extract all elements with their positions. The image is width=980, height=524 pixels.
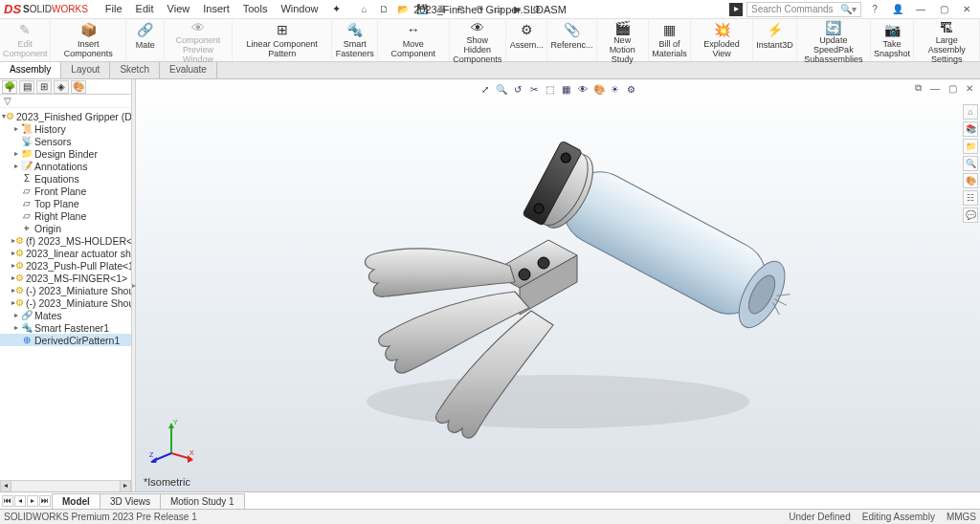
new-icon[interactable]: 🗋 <box>377 3 390 16</box>
tab-layout[interactable]: Layout <box>61 62 110 78</box>
scroll-track[interactable] <box>11 481 120 491</box>
tree-item[interactable]: ▸📁Design Binder <box>0 147 131 160</box>
expand-icon[interactable]: ▸ <box>11 311 21 319</box>
bt-next-icon[interactable]: ▸ <box>27 495 38 507</box>
fm-tab-property-icon[interactable]: ▤ <box>19 80 34 94</box>
ribbon-referenc[interactable]: 📎Referenc... <box>547 19 596 61</box>
tree-item[interactable]: ▸⚙(f) 2023_MS-HOLDER<1> (Def <box>0 234 131 247</box>
fm-tab-tree-icon[interactable]: 🌳 <box>2 80 17 94</box>
scroll-left-icon[interactable]: ◂ <box>0 481 11 491</box>
ribbon-insert-components[interactable]: 📦Insert Components <box>51 19 126 61</box>
vp-min-icon[interactable]: — <box>928 81 942 95</box>
tp-resources-icon[interactable]: 📚 <box>963 121 978 137</box>
expand-icon[interactable]: ▸ <box>11 162 21 170</box>
appearance-icon[interactable]: 🎨 <box>592 82 606 96</box>
ribbon-exploded-view[interactable]: 💥Exploded View <box>691 19 752 61</box>
bottom-tab-model[interactable]: Model <box>52 493 100 509</box>
home-icon[interactable]: ⌂ <box>358 3 371 16</box>
ribbon-new-motion-study[interactable]: 🎬New MotionStudy <box>597 19 649 61</box>
tree-item[interactable]: ⌖Origin <box>0 222 131 234</box>
tree-item[interactable]: ΣEquations <box>0 172 131 185</box>
fm-tab-appearance-icon[interactable]: 🎨 <box>71 80 86 94</box>
zoom-area-icon[interactable]: 🔍 <box>495 82 508 96</box>
tp-library-icon[interactable]: 📁 <box>963 139 978 154</box>
tree-item[interactable]: 📡Sensors <box>0 135 131 147</box>
expand-icon[interactable]: ▸ <box>11 149 21 158</box>
command-icon[interactable]: ▸ <box>729 3 743 16</box>
tree-item[interactable]: ▸🔩Smart Fastener1 <box>0 321 131 334</box>
graphics-viewport[interactable]: ⤢ 🔍 ↺ ✂ ⬚ ▦ 👁 🎨 ☀ ⚙ ⧉ — ▢ ✕ <box>136 79 980 491</box>
section-view-icon[interactable]: ✂ <box>527 82 541 96</box>
ribbon-linear-component-pattern[interactable]: ⊞Linear Component Pattern <box>233 19 333 61</box>
tp-appearance-icon[interactable]: 🎨 <box>963 173 978 188</box>
fm-tab-config-icon[interactable]: ⊞ <box>36 80 52 94</box>
vp-link-icon[interactable]: ⧉ <box>911 81 924 95</box>
tree-item[interactable]: ▸⚙2023_Push-Pull Plate<1> (Defa <box>0 259 131 272</box>
ribbon-show-hidden-components[interactable]: 👁Show HiddenComponents <box>450 19 506 61</box>
orientation-triad[interactable]: Y X Z <box>147 415 195 463</box>
hide-show-icon[interactable]: 👁 <box>576 82 590 96</box>
menu-insert[interactable]: Insert <box>197 1 235 17</box>
tree-item[interactable]: ▱Top Plane <box>0 197 131 209</box>
ribbon-bill-of-materials[interactable]: ▦Bill ofMaterials <box>649 19 692 61</box>
user-icon[interactable]: 👤 <box>888 4 907 14</box>
tree-item[interactable]: ▸📝Annotations <box>0 160 131 172</box>
ribbon-assem[interactable]: ⚙Assem... <box>506 19 547 61</box>
tp-forum-icon[interactable]: 💬 <box>963 207 978 223</box>
tree-item[interactable]: ▸⚙(-) 2023_Miniature Shoulder Sc <box>0 296 131 309</box>
prev-view-icon[interactable]: ↺ <box>511 82 524 96</box>
feature-filter[interactable]: ▽ <box>0 95 131 108</box>
view-settings-icon[interactable]: ⚙ <box>625 82 638 96</box>
search-commands[interactable]: Search Commands 🔍▾ <box>746 2 861 17</box>
tree-item[interactable]: ▸⚙(-) 2023_Miniature Shoulder Sc <box>0 284 131 296</box>
bottom-tab-3d-views[interactable]: 3D Views <box>100 493 161 509</box>
bt-last-icon[interactable]: ⏭ <box>39 495 51 507</box>
menu-edit[interactable]: Edit <box>130 1 160 17</box>
close-icon[interactable]: ✕ <box>957 4 976 14</box>
status-units[interactable]: MMGS <box>947 512 976 522</box>
menu-file[interactable]: File <box>100 1 128 17</box>
ribbon-update-speedpak-subassemblies[interactable]: 🔄Update SpeedPakSubassemblies <box>797 19 870 61</box>
tree-item[interactable]: ▸⚙2023_MS-FINGER<1> (Default <box>0 272 131 284</box>
expand-icon[interactable]: ▸ <box>11 323 21 332</box>
tp-view-icon[interactable]: 🔍 <box>963 156 978 171</box>
ribbon-smart-fasteners[interactable]: 🔩SmartFasteners <box>332 19 378 61</box>
view-orient-icon[interactable]: ⬚ <box>544 82 557 96</box>
ribbon-take-snapshot[interactable]: 📷TakeSnapshot <box>871 19 915 61</box>
tab-assembly[interactable]: Assembly <box>0 62 61 78</box>
tp-home-icon[interactable]: ⌂ <box>963 104 978 120</box>
ribbon-move-component[interactable]: ↔Move Component <box>378 19 450 61</box>
bottom-tab-motion-study-1[interactable]: Motion Study 1 <box>160 493 245 509</box>
tab-sketch[interactable]: Sketch <box>110 62 160 78</box>
ribbon-large-assembly-settings[interactable]: 🏗Large AssemblySettings <box>914 19 980 61</box>
open-icon[interactable]: 📂 <box>396 3 410 16</box>
zoom-fit-icon[interactable]: ⤢ <box>479 82 492 96</box>
vp-max-icon[interactable]: ▢ <box>946 81 959 95</box>
tree-root[interactable]: ▾⚙ 2023_Finished Gripper (Default) <box>0 110 131 122</box>
minimize-icon[interactable]: — <box>911 4 930 14</box>
tree-item[interactable]: ▸🔗Mates <box>0 309 131 321</box>
menu-view[interactable]: View <box>162 1 196 17</box>
ribbon-mate[interactable]: 🔗Mate <box>126 19 165 61</box>
scene-icon[interactable]: ☀ <box>609 82 622 96</box>
tree-item[interactable]: ▱Front Plane <box>0 185 131 197</box>
help-icon[interactable]: ? <box>865 4 884 14</box>
display-style-icon[interactable]: ▦ <box>560 82 573 96</box>
menu-help-icon[interactable]: ✦ <box>326 1 346 17</box>
tab-evaluate[interactable]: Evaluate <box>160 62 217 78</box>
tp-properties-icon[interactable]: ☷ <box>963 190 978 206</box>
menu-window[interactable]: Window <box>275 1 323 17</box>
tree-item[interactable]: ▸⚙2023_linear actuator short< <box>0 247 131 259</box>
bt-prev-icon[interactable]: ◂ <box>14 495 26 507</box>
vp-close-icon[interactable]: ✕ <box>963 81 976 95</box>
tree-item[interactable]: ⊕DerivedCirPattern1 <box>0 334 131 346</box>
expand-icon[interactable]: ▸ <box>11 124 21 133</box>
scroll-right-icon[interactable]: ▸ <box>120 481 131 491</box>
tree-item[interactable]: ▱Right Plane <box>0 209 131 222</box>
ribbon-instant3d[interactable]: ⚡Instant3D <box>753 19 797 61</box>
maximize-icon[interactable]: ▢ <box>934 4 953 14</box>
bt-first-icon[interactable]: ⏮ <box>2 495 13 507</box>
menu-tools[interactable]: Tools <box>237 1 274 17</box>
tree-h-scrollbar[interactable]: ◂ ▸ <box>0 480 131 491</box>
tree-item[interactable]: ▸📜History <box>0 122 131 135</box>
